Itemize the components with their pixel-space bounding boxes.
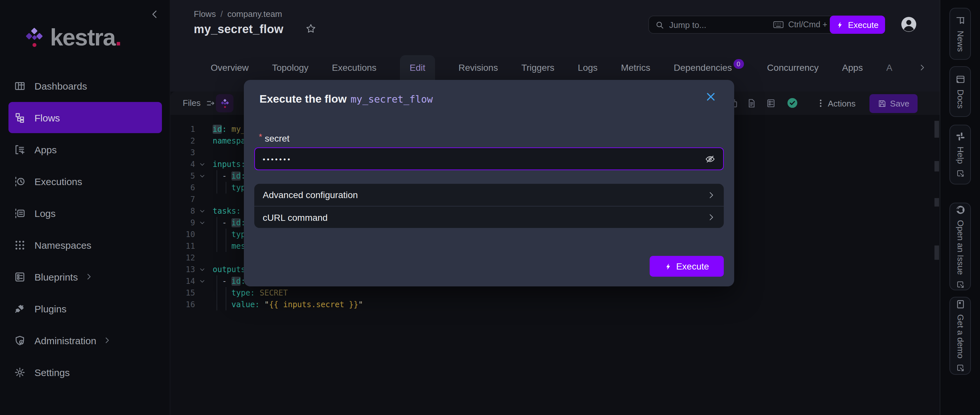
modal-sections: Advanced configuration cURL command (254, 184, 724, 228)
rail-button-label: Docs (955, 89, 965, 108)
line-number: 5 (176, 170, 195, 182)
keyboard-icon (773, 21, 784, 29)
flows-icon (14, 112, 25, 123)
modal-title: Execute the flowmy_secret_flow (259, 93, 433, 106)
plugins-icon (14, 303, 25, 314)
administration-icon (14, 335, 25, 346)
logs-icon (14, 208, 25, 219)
kebab-menu-icon (816, 99, 825, 108)
breadcrumb-flows[interactable]: Flows (194, 9, 216, 19)
sidebar-item-settings[interactable]: Settings (8, 356, 162, 388)
tab-topology[interactable]: Topology (272, 55, 309, 80)
rail-button-get-a-demo[interactable]: Get a demo (950, 297, 971, 375)
tab-overview[interactable]: Overview (211, 55, 249, 80)
document-icon[interactable] (746, 98, 756, 108)
external-link-icon (956, 169, 964, 177)
curl-command-section[interactable]: cURL command (254, 206, 724, 228)
tab-triggers[interactable]: Triggers (521, 55, 554, 80)
files-label: Files (183, 98, 200, 108)
line-number: 10 (176, 229, 195, 240)
tab-dependencies[interactable]: Dependencies0 (674, 55, 744, 80)
sidebar-item-label: Logs (35, 208, 56, 219)
fold-chevron-icon[interactable] (199, 220, 205, 226)
tab-logs[interactable]: Logs (578, 55, 598, 80)
advanced-configuration-section[interactable]: Advanced configuration (254, 184, 724, 206)
sidebar-item-label: Settings (35, 367, 70, 378)
modal-execute-button[interactable]: Execute (650, 256, 724, 277)
user-avatar[interactable] (900, 16, 917, 32)
tab-metrics[interactable]: Metrics (621, 55, 650, 80)
docs-icon (955, 74, 965, 84)
sidebar-item-administration[interactable]: Administration (8, 325, 162, 356)
flow-file-tab[interactable] (216, 94, 234, 112)
required-asterisk: * (259, 132, 262, 142)
sidebar-item-label: Flows (35, 112, 60, 123)
line-number: 16 (176, 299, 195, 310)
line-number: 7 (176, 193, 195, 205)
scrollbar-mark[interactable] (934, 161, 939, 171)
tab-apps[interactable]: Apps (842, 55, 863, 80)
sidebar-item-plugins[interactable]: Plugins (8, 293, 162, 324)
scrollbar-mark[interactable] (934, 121, 939, 138)
scrollbar-mark[interactable] (934, 198, 939, 206)
sidebar-item-namespaces[interactable]: Namespaces (8, 229, 162, 260)
fold-chevron-icon[interactable] (199, 173, 205, 179)
favorite-star-icon[interactable] (305, 24, 316, 34)
search-input[interactable]: Jump to... Ctrl/Cmd + K (648, 16, 842, 34)
rail-button-label: Open an Issue (955, 220, 965, 274)
secret-input-field[interactable]: ••••••• (254, 147, 724, 170)
tab-concurrency[interactable]: Concurrency (767, 55, 819, 80)
save-icon (878, 99, 886, 108)
tabs-scroll-right-icon[interactable] (918, 55, 928, 80)
tab-overflow-clipped[interactable]: A (886, 55, 895, 80)
sidebar-item-executions[interactable]: Executions (8, 166, 162, 197)
sidebar-item-flows[interactable]: Flows (8, 102, 162, 133)
sidebar-item-label: Executions (35, 176, 82, 187)
rail-button-open-an-issue[interactable]: Open an Issue (950, 203, 971, 290)
kestra-app: kestra. DashboardsFlowsAppsExecutionsLog… (0, 0, 980, 415)
tab-executions[interactable]: Executions (332, 55, 377, 80)
sidebar-item-dashboards[interactable]: Dashboards (8, 70, 162, 101)
bolt-icon (836, 21, 843, 29)
dependencies-badge: 0 (733, 59, 744, 68)
save-button[interactable]: Save (869, 94, 918, 113)
line-number: 9 (176, 217, 195, 229)
fold-chevron-icon[interactable] (199, 266, 205, 273)
tab-revisions[interactable]: Revisions (458, 55, 498, 80)
rail-button-label: Help (955, 146, 965, 164)
toggle-visibility-icon[interactable] (705, 154, 715, 164)
execute-flow-modal: Execute the flowmy_secret_flow *secret •… (244, 80, 734, 287)
fold-chevron-icon[interactable] (199, 208, 205, 214)
dashboard-icon (14, 80, 25, 91)
page-title: my_secret_flow (194, 23, 283, 36)
files-panel-toggle-icon[interactable] (205, 99, 216, 108)
modal-close-icon[interactable] (706, 92, 716, 102)
right-rail: NewsDocsHelpOpen an IssueGet a demo (941, 0, 980, 415)
settings-icon (14, 367, 25, 378)
fold-chevron-icon[interactable] (199, 278, 205, 285)
line-number: 6 (176, 182, 195, 193)
actions-menu[interactable]: Actions (816, 97, 856, 110)
rail-button-news[interactable]: News (950, 8, 971, 60)
tab-edit[interactable]: Edit (400, 55, 435, 80)
fold-chevron-icon[interactable] (199, 161, 205, 168)
sidebar-item-label: Dashboards (35, 80, 87, 91)
scrollbar-mark[interactable] (934, 246, 939, 260)
layout-icon[interactable] (766, 98, 776, 108)
sidebar-item-logs[interactable]: Logs (8, 198, 162, 229)
line-number: 14 (176, 276, 195, 287)
line-number: 15 (176, 287, 195, 299)
flow-file-icon (220, 98, 229, 108)
sidebar-item-apps[interactable]: Apps (8, 134, 162, 165)
sidebar-item-label: Apps (35, 144, 57, 155)
chevron-right-icon (102, 336, 113, 344)
breadcrumb-namespace[interactable]: company.team (227, 9, 282, 19)
rail-button-help[interactable]: Help (950, 125, 971, 184)
sidebar-collapse-button[interactable] (150, 9, 160, 19)
slack-icon (955, 131, 965, 141)
rail-button-docs[interactable]: Docs (950, 66, 971, 117)
execute-button[interactable]: Execute (830, 16, 885, 34)
line-number: 2 (176, 135, 195, 147)
sidebar-item-blueprints[interactable]: Blueprints (8, 261, 162, 292)
secret-field-label: *secret (259, 132, 290, 144)
